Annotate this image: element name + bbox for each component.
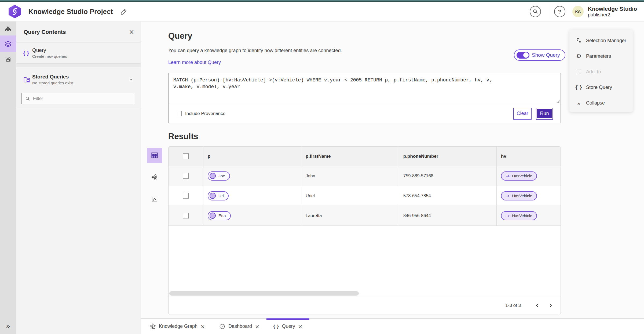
stored-queries-label: Stored Queries (32, 74, 73, 80)
pagination-prev-button[interactable] (533, 301, 541, 310)
top-accent-strip (0, 0, 644, 2)
close-panel-icon[interactable]: × (129, 28, 134, 36)
selection-manager-item[interactable]: Selection Manager (569, 33, 633, 48)
run-button[interactable]: Run (536, 108, 553, 120)
relationship-chip[interactable]: → HasVehicle (501, 171, 537, 181)
learn-more-link[interactable]: Learn more about Query (168, 60, 221, 65)
table-view-button[interactable] (147, 148, 162, 163)
stored-queries-header[interactable]: Stored Queries No stored queries exist (16, 71, 141, 88)
person-node-chip[interactable]: Etta (208, 211, 231, 220)
query-contents-panel: Query Contents × { } Query Create new qu… (16, 21, 141, 334)
close-tab-icon[interactable]: × (200, 323, 205, 330)
table-row: Etta Lauretta 846-956-8644 → HasVehicle (169, 206, 561, 226)
query-description: You can query a knowledge graph to ident… (168, 48, 342, 53)
user-name: publisher2 (588, 12, 637, 18)
chevron-up-icon[interactable] (128, 77, 134, 82)
panel-divider (16, 109, 141, 109)
expand-panel-button[interactable]: » (0, 320, 16, 332)
search-icon (25, 96, 30, 101)
horizontal-scrollbar[interactable] (169, 291, 359, 296)
store-query-item[interactable]: { } Store Query (569, 80, 633, 95)
collapse-item[interactable]: » Collapse (569, 95, 633, 111)
include-provenance-label: Include Provenance (185, 111, 225, 116)
cell-phonenumber: 759-889-57168 (399, 166, 497, 186)
filter-input[interactable] (33, 96, 130, 101)
pagination-range: 1-3 of 3 (505, 303, 521, 308)
chevron-left-icon (535, 303, 540, 308)
braces-icon: { } (23, 50, 32, 56)
table-icon (151, 152, 158, 159)
show-query-toggle[interactable]: Show Query (514, 49, 565, 61)
query-textarea[interactable]: MATCH (p:Person)-[hv:HasVehicle]->(v:Veh… (169, 73, 561, 104)
panel-section-gap (16, 64, 141, 67)
folder-icon (23, 76, 32, 83)
query-item-sublabel: Create new queries (32, 54, 67, 59)
page-title: Query (168, 31, 192, 41)
arrow-right-icon: → (506, 193, 510, 199)
clear-button[interactable]: Clear (513, 108, 532, 120)
product-name: Knowledge Studio (588, 6, 637, 12)
query-item-label: Query (32, 47, 67, 53)
chart-view-button[interactable] (147, 192, 162, 207)
user-info: Knowledge Studio publisher2 (588, 6, 637, 18)
row-checkbox[interactable] (183, 213, 189, 218)
query-text: MATCH (p:Person)-[hv:HasVehicle]->(v:Veh… (169, 73, 499, 90)
person-node-chip[interactable]: Uri (208, 191, 229, 200)
person-node-chip[interactable]: Joe (208, 171, 230, 181)
cell-phonenumber: 578-654-7854 (399, 186, 497, 206)
knowledge-graph-icon (149, 323, 156, 330)
row-checkbox[interactable] (183, 173, 189, 179)
schema-icon (5, 25, 11, 32)
app-logo (9, 5, 21, 18)
search-button[interactable] (530, 6, 541, 17)
bottom-tab-bar: Knowledge Graph × Dashboard × { } Query … (141, 318, 644, 334)
selection-manager-icon (575, 38, 583, 44)
edit-title-icon[interactable] (120, 8, 127, 15)
close-tab-icon[interactable]: × (255, 323, 259, 330)
column-header-firstname[interactable]: p.firstName (301, 147, 399, 166)
relationship-chip[interactable]: → HasVehicle (501, 211, 537, 220)
tab-knowledge-graph[interactable]: Knowledge Graph × (142, 319, 212, 334)
resize-handle-icon[interactable] (557, 100, 560, 103)
table-header-row: p p.firstName p.phoneNumber hv (169, 147, 561, 166)
dashboard-icon (219, 323, 225, 330)
table-row: Uri Uriel 578-654-7854 → HasVehicle (169, 186, 561, 206)
help-button[interactable]: ? (554, 6, 565, 17)
stored-queries-sublabel: No stored queries exist (32, 81, 73, 85)
save-icon (5, 56, 11, 62)
toggle-switch[interactable] (517, 52, 529, 59)
include-provenance-checkbox[interactable] (176, 111, 182, 116)
braces-icon: { } (575, 84, 583, 91)
results-title: Results (168, 132, 198, 141)
header-divider (548, 4, 548, 19)
add-to-icon (575, 69, 583, 75)
sidebar-item-schema[interactable] (0, 21, 16, 35)
results-view-switcher (147, 148, 162, 214)
table-row: Joe John 759-889-57168 → HasVehicle (169, 166, 561, 186)
cell-firstname: John (301, 166, 399, 186)
project-title: Knowledge Studio Project (28, 8, 113, 16)
column-header-p[interactable]: p (203, 147, 301, 166)
parameters-item[interactable]: ⚙ Parameters (569, 48, 633, 64)
app-header: Knowledge Studio Project ? KS Knowledge … (0, 2, 644, 21)
column-header-hv[interactable]: hv (497, 147, 561, 166)
pagination-next-button[interactable] (547, 301, 555, 310)
layers-icon (5, 40, 12, 47)
relationship-chip[interactable]: → HasVehicle (501, 191, 537, 200)
braces-icon: { } (273, 324, 279, 329)
chevron-right-icon (548, 303, 553, 308)
avatar[interactable]: KS (572, 6, 584, 17)
tab-dashboard[interactable]: Dashboard × (212, 319, 266, 334)
actions-panel: Selection Manager ⚙ Parameters Add To { … (569, 30, 633, 112)
close-tab-icon[interactable]: × (298, 323, 303, 330)
tab-query[interactable]: { } Query × (266, 319, 310, 334)
row-checkbox[interactable] (183, 193, 189, 199)
sidebar-item-save[interactable] (0, 52, 16, 66)
graph-view-button[interactable] (147, 170, 162, 185)
query-editor: MATCH (p:Person)-[hv:HasVehicle]->(v:Veh… (168, 73, 561, 123)
sidebar-item-layers[interactable] (0, 35, 16, 52)
column-header-phonenumber[interactable]: p.phoneNumber (399, 147, 497, 166)
select-all-checkbox[interactable] (183, 153, 189, 159)
arrow-right-icon: → (506, 173, 510, 179)
query-item[interactable]: { } Query Create new queries (16, 42, 141, 64)
